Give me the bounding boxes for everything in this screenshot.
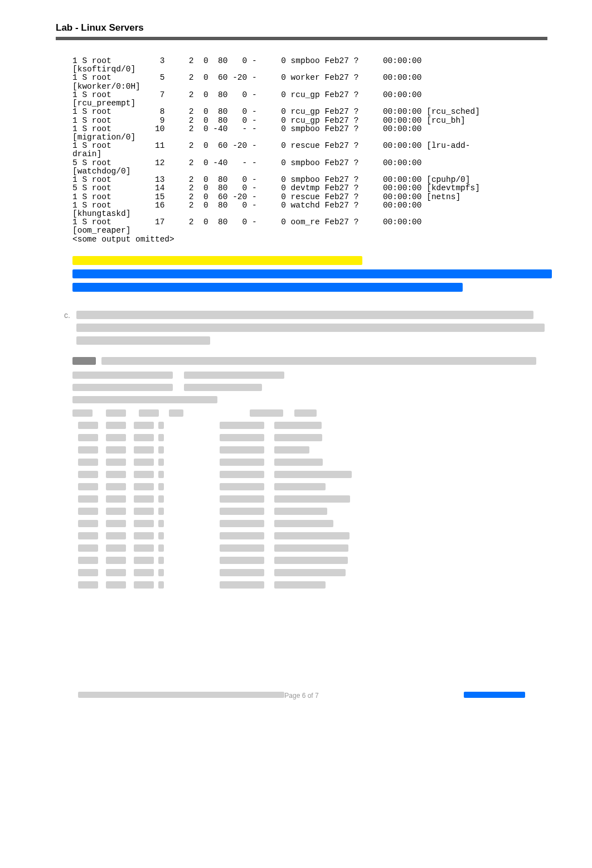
page-title: Lab - Linux Servers	[56, 22, 547, 33]
command-output-block	[72, 372, 547, 591]
page-footer: Page 6 of 7	[56, 692, 547, 700]
footer-page: Page 6 of 7	[284, 692, 318, 700]
header-rule	[56, 37, 547, 40]
answer-block	[72, 256, 547, 294]
section-c: c.	[64, 311, 547, 347]
bullet-c: c.	[64, 311, 74, 320]
ps-output-block: 1 S root 3 2 0 80 0 - 0 smpboo Feb27 ? 0…	[72, 57, 547, 244]
note-block	[72, 357, 547, 367]
